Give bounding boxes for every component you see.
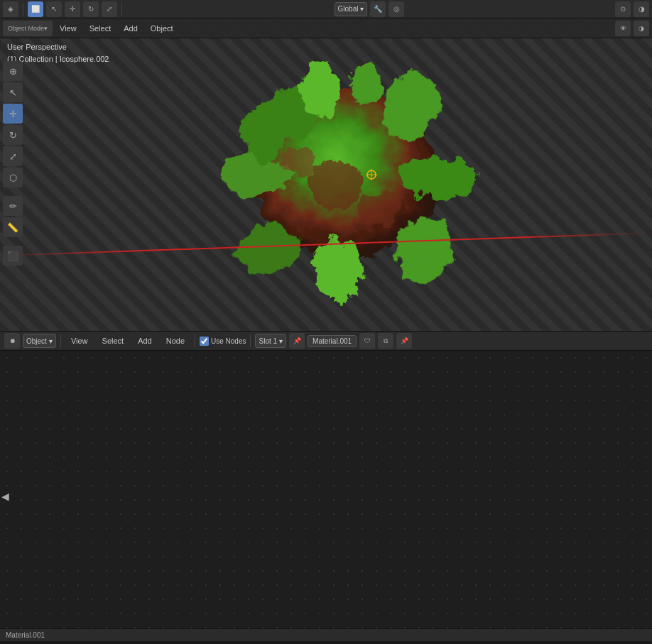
rotate-tool[interactable]: ↻ (3, 125, 23, 145)
annotate-tool[interactable]: ✏ (3, 196, 23, 216)
svg-point-3 (399, 157, 477, 200)
material-copy-icon[interactable]: ⧉ (378, 333, 393, 349)
svg-point-10 (352, 62, 383, 107)
node-object-dropdown[interactable]: Object▾ (23, 334, 56, 348)
add-cube-tool[interactable]: ⬛ (3, 246, 23, 266)
material-name-field[interactable]: Material.001 (308, 335, 357, 347)
svg-point-8 (243, 104, 286, 160)
node-connections (0, 351, 652, 641)
svg-point-7 (218, 153, 289, 196)
viewport-menu: Object Mode▾ View Select Add Object 👁 ◑ (0, 18, 652, 38)
viewport-overlay-icon[interactable]: 👁 (615, 21, 631, 36)
use-nodes-checkbox[interactable]: Use Nodes (200, 337, 246, 346)
status-material: Material.001 (6, 631, 45, 639)
svg-point-11 (307, 160, 364, 210)
node-select-menu[interactable]: Select (97, 335, 130, 346)
snap-icon[interactable]: 🔧 (370, 1, 386, 17)
select-tool[interactable]: ↖ (3, 82, 23, 102)
blender-icon[interactable]: ◈ (3, 1, 18, 17)
move-tool[interactable]: ✛ (3, 104, 23, 124)
viewport-shading-icon[interactable]: ◑ (634, 21, 649, 36)
viewport-object-menu[interactable]: Object (145, 23, 179, 34)
sep2 (121, 3, 122, 16)
transform-tool[interactable]: ⬡ (3, 168, 23, 187)
canvas-scroll-left[interactable]: ◀ (1, 491, 9, 502)
overlay-icon[interactable]: ⊙ (615, 1, 631, 17)
global-chevron: ▾ (360, 5, 364, 13)
viewport-object (197, 43, 495, 306)
svg-point-9 (301, 62, 341, 116)
node-view-menu[interactable]: View (65, 335, 94, 346)
move-icon[interactable]: ✛ (65, 1, 80, 17)
node-node-menu[interactable]: Node (161, 335, 190, 346)
svg-point-12 (282, 146, 317, 175)
sep5 (250, 334, 251, 347)
sep3 (60, 334, 61, 347)
svg-point-5 (314, 239, 364, 302)
status-bar: Material.001 (0, 628, 652, 641)
material-pin-icon[interactable]: 📌 (396, 333, 412, 349)
global-label: Global (338, 5, 359, 13)
global-selector[interactable]: Global ▾ (335, 2, 368, 16)
node-canvas: Texture Coordinate Generated Normal UV O… (0, 351, 652, 641)
viewport-view-menu[interactable]: View (54, 23, 82, 34)
viewport-tools: ⊕ ↖ ✛ ↻ ⤢ ⬡ ✏ 📏 ⬛ (3, 61, 23, 266)
scale-tool[interactable]: ⤢ (3, 146, 23, 166)
viewport: Object Mode▾ View Select Add Object 👁 ◑ … (0, 18, 652, 331)
sep1 (23, 3, 23, 16)
perspective-label: User Perspective (7, 41, 109, 53)
measure-tool[interactable]: 📏 (3, 217, 23, 237)
3d-cursor (366, 169, 377, 180)
viewport-mode-icon[interactable]: Object Mode▾ (3, 21, 53, 36)
svg-point-13 (360, 189, 403, 224)
cursor-tool[interactable]: ⊕ (3, 61, 23, 81)
rotate-icon[interactable]: ↻ (83, 1, 99, 17)
scale-icon[interactable]: ⤢ (102, 1, 117, 17)
cursor-icon[interactable]: ↖ (46, 1, 62, 17)
viewport-select-menu[interactable]: Select (84, 23, 117, 34)
shading-icon[interactable]: ◑ (634, 1, 649, 17)
node-editor-icon[interactable]: ⏺ (4, 333, 20, 349)
sep4 (195, 334, 195, 347)
slot-dropdown[interactable]: Slot 1▾ (255, 334, 286, 348)
top-toolbar: ◈ ⬜ ↖ ✛ ↻ ⤢ Global ▾ 🔧 ◎ ⊙ ◑ (0, 0, 652, 18)
viewport-add-menu[interactable]: Add (118, 23, 143, 34)
pin-icon[interactable]: 📌 (289, 333, 305, 349)
proportional-icon[interactable]: ◎ (389, 1, 404, 17)
node-toolbar: ⏺ Object▾ View Select Add Node Use Nodes… (0, 331, 652, 351)
node-add-menu[interactable]: Add (132, 335, 158, 346)
material-shield-icon[interactable]: 🛡 (359, 333, 375, 349)
select-box-icon[interactable]: ⬜ (28, 1, 43, 17)
